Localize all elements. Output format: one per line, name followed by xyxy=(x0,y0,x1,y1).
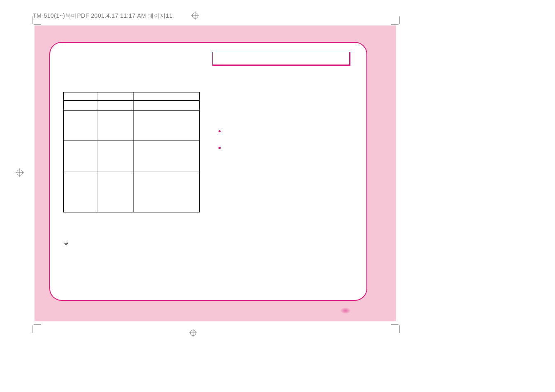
table-footnote: ※ xyxy=(64,241,68,247)
table-cell xyxy=(134,92,200,101)
bullet-list xyxy=(219,129,354,145)
svg-point-0 xyxy=(192,13,198,18)
table-row xyxy=(64,141,200,171)
section-title-box xyxy=(212,52,350,66)
page-number-badge xyxy=(340,307,351,314)
registration-mark-icon xyxy=(189,329,197,337)
document-header-text: TM-510(1~)북미PDF 2001.4.17 11:17 AM 페이지11 xyxy=(33,12,173,20)
table-cell xyxy=(64,92,97,101)
table-cell xyxy=(97,92,134,101)
table-row xyxy=(64,111,200,141)
page-background-panel: ※ xyxy=(35,25,396,321)
table-cell xyxy=(134,171,200,212)
table-cell xyxy=(134,141,200,171)
table-cell xyxy=(134,101,200,111)
table-row xyxy=(64,171,200,212)
svg-point-9 xyxy=(190,330,196,336)
table-cell xyxy=(97,111,134,141)
table-cell xyxy=(64,101,97,111)
table-cell xyxy=(64,141,97,171)
table-cell xyxy=(97,171,134,212)
registration-mark-icon xyxy=(191,12,199,20)
content-card: ※ xyxy=(49,42,367,301)
table-cell xyxy=(134,111,200,141)
table-row xyxy=(64,101,200,111)
table-cell xyxy=(64,171,97,212)
table-cell xyxy=(64,111,97,141)
registration-mark-icon xyxy=(16,168,24,177)
table-row xyxy=(64,92,200,101)
table-cell xyxy=(97,141,134,171)
table-cell xyxy=(97,101,134,111)
spec-table xyxy=(63,92,200,212)
svg-point-3 xyxy=(17,170,23,175)
